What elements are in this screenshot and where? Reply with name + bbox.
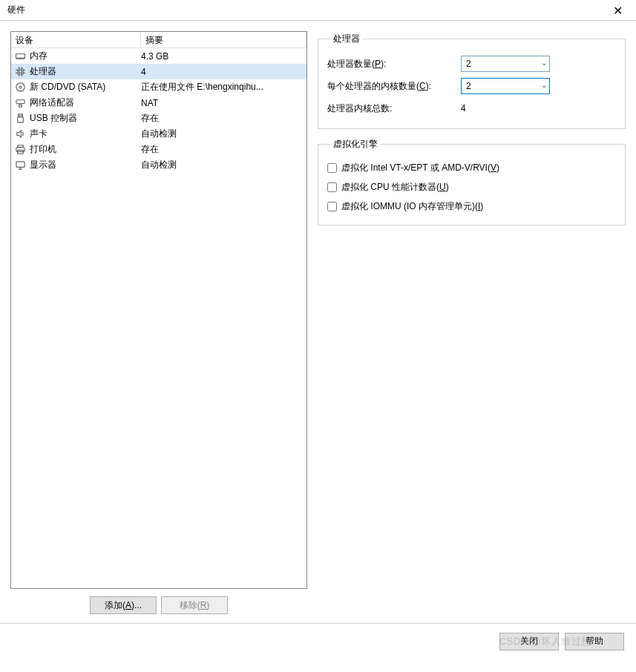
svg-rect-8 [19, 70, 22, 73]
memory-icon [14, 50, 26, 62]
header-summary[interactable]: 摘要 [141, 32, 306, 48]
processor-count-input[interactable] [461, 56, 550, 72]
header-device[interactable]: 设备 [11, 32, 141, 48]
vt-checkbox-row: 虚拟化 Intel VT-x/EPT 或 AMD-V/RVI(V) [327, 158, 616, 177]
total-cores-label: 处理器内核总数: [327, 102, 461, 115]
device-row-printer[interactable]: 打印机存在 [11, 142, 306, 157]
close-icon[interactable]: ✕ [607, 2, 629, 19]
cores-per-processor-row: 每个处理器的内核数量(C): ⌄ [327, 75, 616, 97]
device-row-disc[interactable]: 新 CD/DVD (SATA)正在使用文件 E:\hengxinqihu... [11, 79, 306, 95]
perf-label[interactable]: 虚拟化 CPU 性能计数器(U) [341, 181, 449, 194]
processor-legend: 处理器 [330, 33, 363, 45]
device-list-header: 设备 摘要 [11, 32, 306, 48]
perf-checkbox[interactable] [327, 182, 337, 192]
device-row-usb[interactable]: USB 控制器存在 [11, 111, 306, 126]
printer-icon [14, 144, 26, 156]
total-cores-row: 处理器内核总数: 4 [327, 97, 616, 119]
virtualization-legend: 虚拟化引擎 [330, 138, 381, 151]
add-button[interactable]: 添加(A)... [90, 596, 157, 614]
iommu-checkbox-row: 虚拟化 IOMMU (IO 内存管理单元)(I) [327, 197, 616, 216]
device-summary: 存在 [141, 143, 304, 156]
device-summary: NAT [141, 98, 304, 108]
cpu-icon [14, 66, 26, 78]
vt-checkbox[interactable] [327, 163, 337, 173]
device-label: USB 控制器 [30, 112, 141, 125]
processor-count-combo[interactable]: ⌄ [461, 56, 550, 72]
disc-icon [14, 82, 26, 93]
svg-rect-19 [16, 100, 24, 104]
title-bar: 硬件 ✕ [0, 0, 636, 21]
device-summary: 正在使用文件 E:\hengxinqihu... [141, 81, 304, 93]
device-row-display[interactable]: 显示器自动检测 [11, 157, 306, 173]
cores-per-processor-label: 每个处理器的内核数量(C): [327, 80, 461, 93]
device-label: 内存 [30, 50, 141, 62]
processor-group: 处理器 处理器数量(P): ⌄ 每个处理器的内核数量(C): ⌄ 处理器内核总数… [318, 33, 626, 129]
processor-count-row: 处理器数量(P): ⌄ [327, 53, 616, 75]
device-summary: 4 [141, 67, 304, 77]
device-label: 新 CD/DVD (SATA) [30, 81, 141, 93]
close-button[interactable]: 关闭 [499, 633, 559, 650]
processor-count-label: 处理器数量(P): [327, 58, 461, 70]
remove-button: 移除(R) [161, 596, 228, 614]
svg-rect-7 [17, 69, 23, 75]
device-label: 显示器 [30, 159, 141, 171]
device-summary: 4.3 GB [141, 51, 304, 62]
display-icon [14, 159, 26, 171]
content-area: 设备 摘要 内存4.3 GB处理器4新 CD/DVD (SATA)正在使用文件 … [0, 21, 636, 623]
perf-checkbox-row: 虚拟化 CPU 性能计数器(U) [327, 177, 616, 197]
virtualization-group: 虚拟化引擎 虚拟化 Intel VT-x/EPT 或 AMD-V/RVI(V) … [318, 138, 626, 225]
svg-point-18 [19, 86, 22, 88]
device-row-sound[interactable]: 声卡自动检测 [11, 126, 306, 142]
cores-per-processor-input[interactable] [461, 78, 550, 94]
svg-point-17 [16, 83, 24, 91]
left-pane: 设备 摘要 内存4.3 GB处理器4新 CD/DVD (SATA)正在使用文件 … [10, 31, 307, 614]
help-button[interactable]: 帮助 [565, 633, 624, 650]
usb-icon [14, 113, 26, 125]
device-label: 打印机 [30, 143, 141, 156]
iommu-label[interactable]: 虚拟化 IOMMU (IO 内存管理单元)(I) [341, 200, 483, 213]
device-label: 声卡 [30, 128, 141, 140]
device-row-network[interactable]: 网络适配器NAT [11, 95, 306, 111]
device-summary: 存在 [141, 112, 304, 125]
vt-label[interactable]: 虚拟化 Intel VT-x/EPT 或 AMD-V/RVI(V) [341, 162, 499, 174]
device-row-memory[interactable]: 内存4.3 GB [11, 48, 306, 64]
right-pane: 处理器 处理器数量(P): ⌄ 每个处理器的内核数量(C): ⌄ 处理器内核总数… [318, 31, 626, 614]
svg-rect-20 [19, 105, 22, 107]
svg-rect-0 [16, 54, 24, 59]
total-cores-value: 4 [461, 103, 466, 113]
svg-rect-29 [16, 162, 24, 168]
network-icon [14, 97, 26, 109]
device-row-cpu[interactable]: 处理器4 [11, 64, 306, 79]
sound-icon [14, 128, 26, 140]
iommu-checkbox[interactable] [327, 202, 337, 211]
svg-rect-23 [17, 117, 23, 123]
device-list: 设备 摘要 内存4.3 GB处理器4新 CD/DVD (SATA)正在使用文件 … [10, 31, 307, 589]
device-label: 处理器 [30, 65, 141, 78]
cores-per-processor-combo[interactable]: ⌄ [461, 78, 550, 94]
device-summary: 自动检测 [141, 159, 304, 171]
device-summary: 自动检测 [141, 128, 304, 140]
footer-bar: CSDN @坏人难过想 关闭 帮助 [0, 623, 636, 659]
device-label: 网络适配器 [30, 96, 141, 109]
device-buttons: 添加(A)... 移除(R) [10, 596, 307, 614]
window-title: 硬件 [7, 4, 25, 16]
